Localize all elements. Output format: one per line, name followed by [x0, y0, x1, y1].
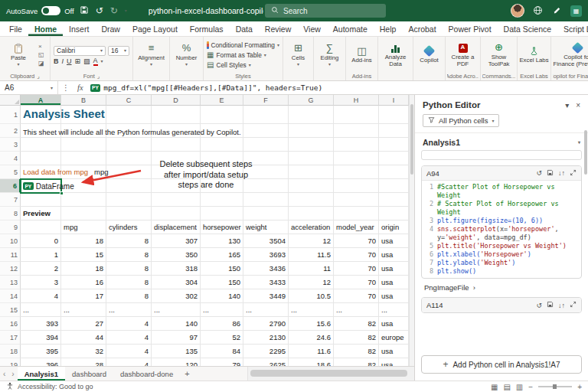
grid-horizontal-scrollbar[interactable] [247, 367, 414, 381]
cell-H7[interactable] [334, 193, 379, 207]
cell-F14[interactable]: 3449 [243, 289, 289, 303]
zoom-out-icon[interactable]: − [528, 383, 533, 391]
row-header-6[interactable]: 6 [0, 179, 21, 193]
cell-F2[interactable] [243, 124, 289, 138]
cell-E13[interactable]: 150 [201, 276, 243, 289]
cell-D17[interactable]: 97 [152, 331, 201, 345]
redo-icon[interactable]: ↻ [109, 6, 119, 15]
cell-G3[interactable] [289, 138, 334, 152]
cell-D12[interactable]: 318 [152, 262, 201, 276]
cell-E8[interactable] [201, 207, 243, 220]
cell-H16[interactable]: 82 [334, 317, 379, 331]
column-header-B[interactable]: B [61, 95, 106, 106]
sheet-section-header[interactable]: Analysis1 ▾ [423, 138, 580, 147]
cell-H18[interactable]: 82 [334, 345, 379, 358]
cut-icon[interactable]: × [38, 43, 44, 50]
row-header-2[interactable]: 2 [0, 124, 21, 138]
column-header-D[interactable]: D [152, 95, 201, 106]
cell-I11[interactable]: usa [379, 248, 409, 262]
pencil-icon[interactable] [551, 5, 564, 16]
cell-C15[interactable]: ... [106, 303, 152, 317]
cell-E2[interactable] [201, 124, 243, 138]
font-launcher-icon[interactable]: ⌟ [97, 73, 100, 80]
copilot-finance-button[interactable]: Copilot for Finance (Preview) [553, 41, 588, 68]
ribbon-tab-page-layout[interactable]: Page Layout [126, 21, 184, 36]
cell-D15[interactable]: ... [152, 303, 201, 317]
bold-button[interactable]: B [54, 57, 59, 65]
cell-G7[interactable] [289, 193, 334, 207]
row-header-13[interactable]: 13 [0, 276, 21, 289]
cell-C3[interactable] [106, 138, 152, 152]
formula-bar-menu-icon[interactable]: ⋮ [58, 83, 74, 92]
cell-C16[interactable]: 4 [106, 317, 152, 331]
cell-D10[interactable]: 307 [152, 234, 201, 248]
row-header-14[interactable]: 14 [0, 289, 21, 303]
column-header-E[interactable]: E [201, 95, 243, 106]
cell-H1[interactable] [334, 106, 379, 124]
cell-F13[interactable]: 3433 [243, 276, 289, 289]
cell-A12[interactable]: 2 [21, 262, 61, 276]
cell-styles-button[interactable]: ▤ Cell Styles ▾ [205, 60, 281, 70]
cell-D18[interactable]: 135 [152, 345, 201, 358]
cell-H5[interactable] [334, 165, 379, 179]
italic-button[interactable]: I [62, 57, 64, 65]
row-header-15[interactable]: 15 [0, 303, 21, 317]
user-avatar[interactable] [511, 4, 524, 18]
cell-B8[interactable] [61, 207, 106, 220]
row-header-5[interactable]: 5 [0, 165, 21, 179]
cell-F17[interactable]: 2130 [243, 331, 289, 345]
zoom-slider[interactable] [538, 386, 572, 387]
excel-labs-button[interactable]: Excel Labs [519, 44, 549, 65]
cell-I8[interactable] [379, 207, 409, 220]
cell-H2[interactable] [334, 124, 379, 138]
cell-A8[interactable]: Preview [21, 207, 61, 220]
cell-I3[interactable] [379, 138, 409, 152]
cell-C18[interactable]: 4 [106, 345, 152, 358]
cell-G17[interactable]: 24.6 [289, 331, 334, 345]
cell-C17[interactable]: 4 [106, 331, 152, 345]
cell-A4[interactable] [21, 152, 61, 165]
grid-vertical-scrollbar[interactable] [409, 95, 414, 366]
cell-D9[interactable]: displacement [152, 220, 201, 234]
cell-A10[interactable]: 0 [21, 234, 61, 248]
paste-button[interactable]: Paste ▾ [2, 42, 35, 68]
cell-I5[interactable] [379, 165, 409, 179]
show-toolpak-button[interactable]: ⊕ Show ToolPak [482, 41, 515, 68]
sheet-nav-left-icon[interactable]: ‹ [0, 367, 8, 381]
cell-E16[interactable]: 86 [201, 317, 243, 331]
grid-horizontal-scrollbar-thumb[interactable] [250, 370, 407, 377]
cell-H4[interactable] [334, 152, 379, 165]
cell-G4[interactable] [289, 152, 334, 165]
cell-B11[interactable]: 15 [61, 248, 106, 262]
cell-a114-header[interactable]: A114 ↺ ↓↑ [422, 298, 581, 312]
cell-C12[interactable]: 8 [106, 262, 152, 276]
cell-G8[interactable] [289, 207, 334, 220]
cell-E3[interactable] [201, 138, 243, 152]
cell-I6[interactable] [379, 179, 409, 193]
cell-H11[interactable]: 70 [334, 248, 379, 262]
cell-G10[interactable]: 12 [289, 234, 334, 248]
cell-B10[interactable]: 18 [61, 234, 106, 248]
cell-D7[interactable] [152, 193, 201, 207]
cell-B5[interactable] [61, 165, 106, 179]
cell-C11[interactable]: 8 [106, 248, 152, 262]
new-sheet-button[interactable]: + [180, 367, 194, 381]
zoom-slider-knob[interactable] [553, 384, 557, 389]
cell-I9[interactable]: origin [379, 220, 409, 234]
cell-F1[interactable] [243, 106, 289, 124]
cell-E11[interactable]: 165 [201, 248, 243, 262]
cell-E17[interactable]: 52 [201, 331, 243, 345]
cell-G5[interactable] [289, 165, 334, 179]
borders-icon[interactable]: ⊞ [75, 57, 81, 65]
row-header-7[interactable]: 7 [0, 193, 21, 207]
cell2-save-icon[interactable] [547, 301, 554, 309]
cell-D16[interactable]: 140 [152, 317, 201, 331]
cell-I17[interactable]: europe [379, 331, 409, 345]
cell-F9[interactable]: weight [243, 220, 289, 234]
clipboard-launcher-icon[interactable]: ⌟ [37, 73, 40, 80]
underline-button[interactable]: U [67, 57, 72, 65]
cell-G18[interactable]: 11.6 [289, 345, 334, 358]
cell-H13[interactable]: 70 [334, 276, 379, 289]
cell-C19[interactable]: 4 [106, 358, 152, 366]
cell-I19[interactable]: usa [379, 358, 409, 366]
